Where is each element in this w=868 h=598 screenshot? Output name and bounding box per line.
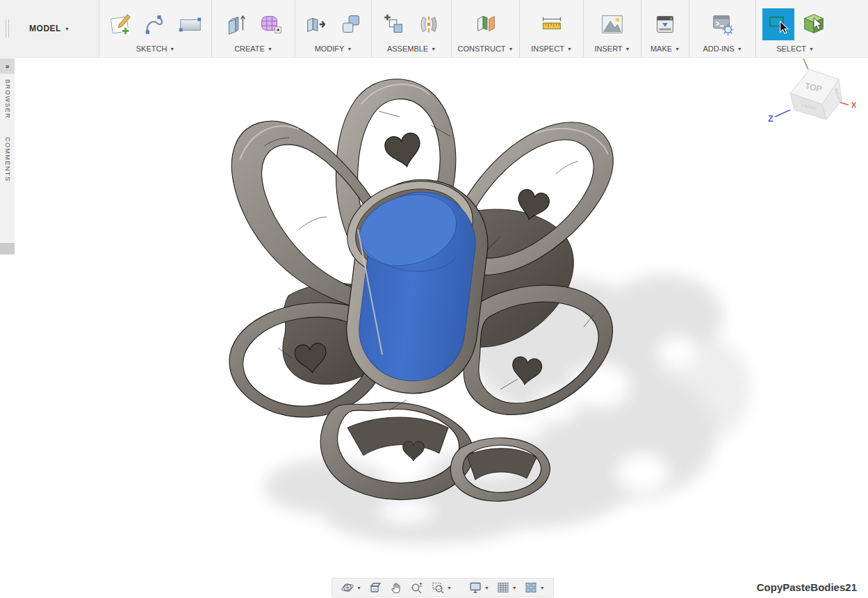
grid-and-snaps-button[interactable]: ▼ xyxy=(495,579,518,596)
caret-down-icon: ▼ xyxy=(484,585,489,590)
joint-icon[interactable] xyxy=(415,10,443,38)
caret-down-icon: ▼ xyxy=(447,585,452,590)
measure-icon[interactable] xyxy=(538,10,566,38)
inspect-dropdown[interactable]: INSPECT ▼ xyxy=(531,45,572,54)
viewcube[interactable]: Y X Z TOP RIGHT FRONT xyxy=(765,50,862,134)
3d-model-viewport[interactable] xyxy=(0,0,868,598)
z-axis-line xyxy=(775,110,790,117)
pan-button[interactable] xyxy=(388,579,404,596)
sidebar-tab-comments[interactable]: COMMENTS xyxy=(4,137,11,182)
y-axis-line xyxy=(803,58,808,70)
fusion360-window: MODEL ▼ xyxy=(0,0,868,598)
toolbar-group-assemble: ASSEMBLE ▼ xyxy=(372,0,452,57)
toolbar-group-addins: ADD-INS ▼ xyxy=(689,0,756,57)
toolbar-group-sketch: SKETCH ▼ xyxy=(99,0,212,57)
sketch-dropdown[interactable]: SKETCH ▼ xyxy=(136,45,175,54)
double-chevron-right-icon: » xyxy=(6,63,10,70)
construct-dropdown[interactable]: CONSTRUCT ▼ xyxy=(458,45,514,54)
model-menu-button[interactable]: MODEL ▼ xyxy=(29,24,69,33)
look-at-button[interactable] xyxy=(367,579,384,596)
toolbar-group-make: MAKE ▼ xyxy=(641,0,689,57)
x-axis-label: X xyxy=(851,101,857,109)
orbit-button[interactable]: ▼ xyxy=(339,579,363,596)
window-select-icon[interactable] xyxy=(762,8,794,40)
toolbar-group-select: SELECT ▼ xyxy=(756,0,834,57)
caret-down-icon: ▼ xyxy=(509,47,514,51)
toolbar-grip[interactable] xyxy=(6,19,10,38)
create-sketch-icon[interactable] xyxy=(107,10,135,38)
model-menu-label: MODEL xyxy=(29,24,61,33)
caret-down-icon: ▼ xyxy=(625,47,630,51)
make-dropdown[interactable]: MAKE ▼ xyxy=(650,45,680,54)
scripts-addins-icon[interactable] xyxy=(709,10,737,38)
caret-down-icon: ▼ xyxy=(170,47,174,51)
toolbar-group-construct: CONSTRUCT ▼ xyxy=(452,0,520,57)
construction-plane-icon[interactable] xyxy=(472,10,500,38)
document-name-label: CopyPasteBodies21 xyxy=(757,581,857,593)
caret-down-icon: ▼ xyxy=(65,26,69,31)
display-settings-button[interactable]: ▼ xyxy=(467,579,491,596)
zoom-button[interactable] xyxy=(409,579,425,596)
caret-down-icon: ▼ xyxy=(540,585,545,590)
expand-browser-button[interactable]: » xyxy=(0,58,15,74)
new-component-icon[interactable] xyxy=(380,10,408,38)
caret-down-icon: ▼ xyxy=(268,47,272,51)
sidebar-collapse-handle[interactable] xyxy=(0,243,15,254)
caret-down-icon: ▼ xyxy=(512,585,517,590)
select-dropdown[interactable]: SELECT ▼ xyxy=(776,45,814,54)
addins-dropdown[interactable]: ADD-INS ▼ xyxy=(703,45,742,54)
caret-down-icon: ▼ xyxy=(737,47,742,51)
select-priority-icon[interactable] xyxy=(800,10,828,38)
caret-down-icon: ▼ xyxy=(567,47,572,51)
sidebar-tab-browser[interactable]: BROWSER xyxy=(4,79,11,119)
insert-image-icon[interactable] xyxy=(598,10,626,38)
caret-down-icon: ▼ xyxy=(431,47,436,51)
zoom-window-fit-button[interactable]: ▼ xyxy=(429,579,453,596)
left-panel-strip: » BROWSER COMMENTS xyxy=(0,58,15,242)
create-dropdown[interactable]: CREATE ▼ xyxy=(234,45,272,54)
toolbar-group-create: CREATE ▼ xyxy=(212,0,295,57)
spline-icon[interactable] xyxy=(142,10,170,38)
caret-down-icon: ▼ xyxy=(347,47,352,51)
caret-down-icon: ▼ xyxy=(357,585,361,590)
z-axis-label: Z xyxy=(768,113,773,124)
toolbar-group-inspect: INSPECT ▼ xyxy=(520,0,584,57)
view-navigation-bar: ▼ ▼ xyxy=(331,578,554,597)
extrude-icon[interactable] xyxy=(222,10,250,38)
insert-dropdown[interactable]: INSERT ▼ xyxy=(594,45,630,54)
modify-dropdown[interactable]: MODIFY ▼ xyxy=(315,45,352,54)
caret-down-icon: ▼ xyxy=(809,47,814,51)
combine-icon[interactable] xyxy=(337,10,365,38)
press-pull-icon[interactable] xyxy=(302,10,330,38)
workspace-switcher[interactable]: MODEL ▼ xyxy=(0,0,99,57)
toolbar-group-modify: MODIFY ▼ xyxy=(295,0,372,57)
viewports-button[interactable]: ▼ xyxy=(523,579,546,596)
assemble-dropdown[interactable]: ASSEMBLE ▼ xyxy=(387,45,436,54)
rectangle-icon[interactable] xyxy=(177,10,204,38)
toolbar-group-insert: INSERT ▼ xyxy=(584,0,641,57)
main-toolbar: MODEL ▼ xyxy=(0,0,868,58)
caret-down-icon: ▼ xyxy=(675,47,680,51)
form-icon[interactable] xyxy=(257,10,285,38)
3d-print-icon[interactable] xyxy=(651,10,679,38)
